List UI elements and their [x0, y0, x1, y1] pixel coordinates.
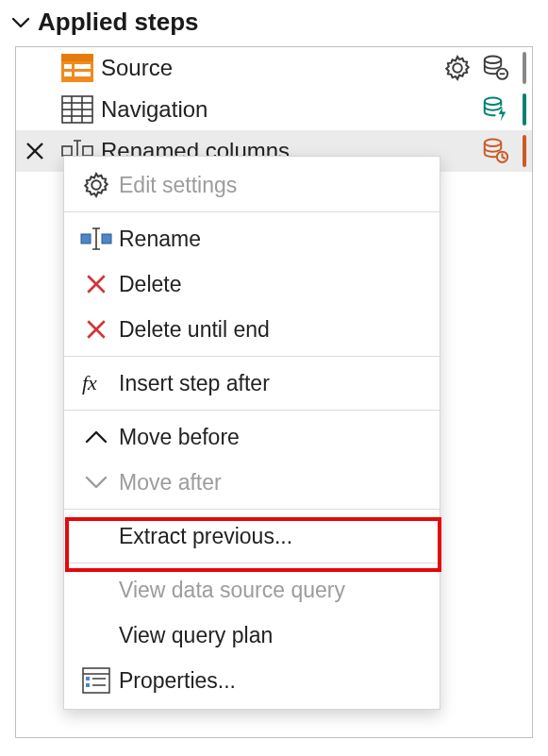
delete-step-icon[interactable]	[25, 141, 45, 161]
panel-title: Applied steps	[38, 8, 198, 37]
menu-extract-previous[interactable]: Extract previous...	[64, 513, 440, 559]
svg-rect-23	[81, 234, 91, 244]
fx-icon: fx	[74, 371, 119, 395]
svg-rect-1	[61, 54, 93, 61]
menu-insert-step-after[interactable]: fx Insert step after	[64, 361, 440, 406]
status-bar	[523, 135, 526, 167]
gear-icon	[74, 171, 119, 199]
database-clock-icon	[481, 137, 509, 165]
menu-move-after: Move after	[64, 460, 440, 505]
menu-label: Move before	[119, 425, 240, 450]
menu-delete-until-end[interactable]: Delete until end	[64, 307, 440, 352]
svg-rect-4	[64, 72, 72, 76]
step-label: Navigation	[101, 96, 481, 123]
menu-label: Properties...	[119, 668, 236, 694]
menu-label: Delete until end	[119, 317, 270, 343]
svg-rect-34	[86, 683, 90, 687]
source-table-icon	[54, 54, 101, 82]
svg-rect-24	[102, 234, 111, 244]
menu-label: Insert step after	[119, 371, 270, 396]
menu-delete[interactable]: Delete	[64, 261, 440, 307]
menu-edit-settings: Edit settings	[64, 162, 440, 208]
svg-point-15	[485, 98, 502, 106]
menu-label: Delete	[119, 272, 181, 297]
svg-text:fx: fx	[82, 371, 97, 395]
table-icon	[54, 95, 101, 124]
svg-rect-33	[86, 677, 90, 680]
properties-list-icon	[74, 667, 119, 694]
svg-point-6	[485, 57, 502, 64]
menu-rename[interactable]: Rename	[64, 216, 440, 261]
svg-rect-3	[75, 64, 91, 69]
chevron-up-icon	[74, 429, 119, 445]
step-row-source[interactable]: Source	[16, 47, 532, 89]
menu-view-query-plan[interactable]: View query plan	[64, 613, 440, 658]
step-label: Source	[101, 55, 443, 81]
menu-properties[interactable]: Properties...	[64, 658, 440, 703]
database-bolt-icon	[481, 95, 509, 124]
delete-x-icon	[74, 318, 119, 341]
menu-view-data-source-query: View data source query	[64, 567, 440, 613]
svg-rect-5	[75, 72, 91, 76]
chevron-down-icon	[74, 475, 119, 490]
step-row-navigation[interactable]: Navigation	[16, 89, 532, 130]
svg-rect-19	[83, 146, 92, 156]
applied-steps-list: Source	[15, 46, 533, 738]
svg-rect-18	[62, 146, 72, 156]
svg-rect-2	[64, 64, 72, 69]
menu-move-before[interactable]: Move before	[64, 414, 440, 460]
menu-label: Extract previous...	[119, 524, 292, 549]
chevron-down-icon	[11, 13, 30, 32]
applied-steps-header[interactable]: Applied steps	[0, 0, 548, 46]
status-bar	[523, 52, 526, 84]
menu-label: View query plan	[119, 623, 273, 648]
status-bar	[523, 93, 526, 126]
menu-label: Move after	[119, 470, 222, 496]
menu-label: Rename	[119, 227, 201, 252]
rename-icon	[74, 227, 119, 251]
svg-point-21	[485, 140, 502, 147]
database-minus-icon	[481, 54, 509, 82]
context-menu: Edit settings Rename Delete	[63, 156, 440, 710]
menu-label: Edit settings	[119, 173, 237, 198]
delete-x-icon	[74, 273, 119, 295]
gear-icon[interactable]	[443, 54, 472, 82]
menu-label: View data source query	[119, 578, 345, 603]
